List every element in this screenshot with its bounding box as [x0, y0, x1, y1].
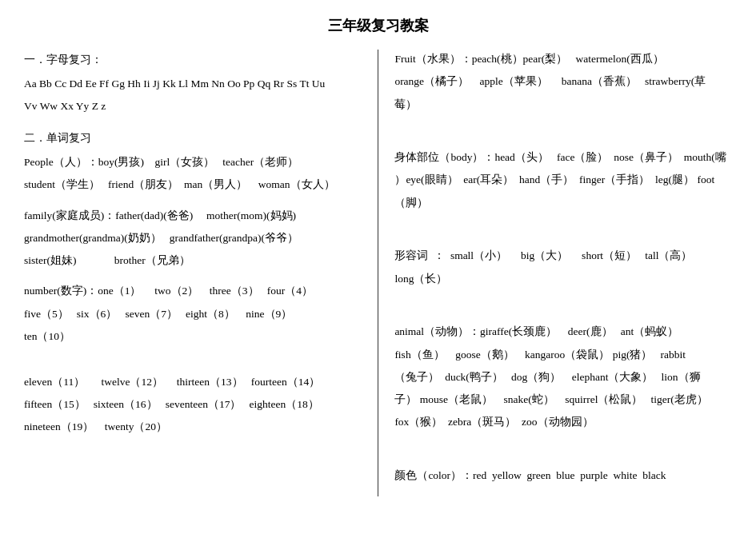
section-fruit: Fruit（水果）：peach(桃）pear(梨） watermelon(西瓜）… — [394, 50, 732, 114]
vocab-fruit-3: 莓） — [394, 95, 732, 114]
alphabet-line-2: Vv Ww Xx Yy Z z — [24, 97, 366, 116]
vocab-family-3: sister(姐妹) brother（兄弟） — [24, 251, 366, 270]
vocab-animal-3: （兔子） duck(鸭子） dog（狗） elephant（大象） lion（狮 — [394, 368, 732, 387]
page: 三年级复习教案 一．字母复习： Aa Bb Cc Dd Ee Ff Gg Hh … — [0, 0, 756, 534]
vocab-title: 二．单词复习 — [24, 128, 366, 148]
vocab-numbers-4 — [24, 349, 366, 369]
section-family: family(家庭成员)：father(dad)(爸爸) mother(mom)… — [24, 206, 366, 271]
vocab-body-2: ）eye(眼睛） ear(耳朵） hand（手） finger（手指） leg(… — [394, 170, 732, 189]
section-body: 身体部位（body）：head（头） face（脸） nose（鼻子） mout… — [394, 126, 732, 213]
vocab-fruit-1: Fruit（水果）：peach(桃）pear(梨） watermelon(西瓜） — [394, 50, 732, 69]
vocab-family-2: grandmother(grandma)(奶奶） grandfather(gra… — [24, 229, 366, 248]
section-colors: 颜色（color）：red yellow green blue purple w… — [394, 444, 732, 486]
vocab-family-1: family(家庭成员)：father(dad)(爸爸) mother(mom)… — [24, 206, 366, 225]
section-numbers: number(数字)：one（1） two（2） three（3） four（4… — [24, 281, 366, 436]
vocab-numbers-3: ten（10） — [24, 327, 366, 346]
vocab-people-2: student（学生） friend（朋友） man（男人） woman（女人） — [24, 175, 366, 194]
section-vocabulary: 二．单词复习 People（人）：boy(男孩) girl（女孩） teache… — [24, 128, 366, 195]
vocab-adj-1: 形容词 ： small（小） big（大） short（短） tall（高） — [394, 246, 732, 265]
vocab-animal-4: 子） mouse（老鼠） snake(蛇） squirrel（松鼠） tiger… — [394, 390, 732, 409]
vocab-body-3: （脚） — [394, 193, 732, 213]
vocab-animal-5: fox（猴） zebra（斑马） zoo（动物园） — [394, 412, 732, 432]
vocab-color-spacer — [394, 444, 732, 463]
vocab-body-1: 身体部位（body）：head（头） face（脸） nose（鼻子） mout… — [394, 148, 732, 167]
vocab-adj-2: long（长） — [394, 269, 732, 289]
vocab-numbers-2: five（5） six（6） seven（7） eight（8） nine（9） — [24, 305, 366, 324]
section-adjectives: 形容词 ： small（小） big（大） short（短） tall（高） l… — [394, 224, 732, 289]
vocab-fruit-2: orange（橘子） apple（苹果） banana（香蕉） strawber… — [394, 72, 732, 91]
vocab-body-spacer — [394, 126, 732, 145]
page-title: 三年级复习教案 — [24, 16, 732, 35]
vocab-numbers-5: eleven（11） twelve（12） thirteen（13） fourt… — [24, 373, 366, 392]
vocab-adj-spacer — [394, 224, 732, 243]
vocab-color-1: 颜色（color）：red yellow green blue purple w… — [394, 466, 732, 485]
left-column: 一．字母复习： Aa Bb Cc Dd Ee Ff Gg Hh Ii Jj Kk… — [24, 50, 378, 496]
vocab-numbers-7: nineteen（19） twenty（20） — [24, 417, 366, 436]
section-animals: animal（动物）：giraffe(长颈鹿） deer(鹿） ant（蚂蚁） … — [394, 300, 732, 432]
two-column-layout: 一．字母复习： Aa Bb Cc Dd Ee Ff Gg Hh Ii Jj Kk… — [24, 50, 732, 496]
vocab-animal-2: fish（鱼） goose（鹅） kangaroo（袋鼠） pig(猪） rab… — [394, 345, 732, 365]
vocab-numbers-6: fifteen（15） sixteen（16） seventeen（17） ei… — [24, 395, 366, 414]
vocab-animal-spacer — [394, 300, 732, 319]
right-column: Fruit（水果）：peach(桃）pear(梨） watermelon(西瓜）… — [378, 50, 732, 496]
vocab-animal-1: animal（动物）：giraffe(长颈鹿） deer(鹿） ant（蚂蚁） — [394, 322, 732, 341]
alphabet-title: 一．字母复习： — [24, 50, 366, 70]
alphabet-line-1: Aa Bb Cc Dd Ee Ff Gg Hh Ii Jj Kk Ll Mm N… — [24, 74, 366, 94]
section-alphabet: 一．字母复习： Aa Bb Cc Dd Ee Ff Gg Hh Ii Jj Kk… — [24, 50, 366, 117]
vocab-numbers-1: number(数字)：one（1） two（2） three（3） four（4… — [24, 281, 366, 301]
vocab-people-1: People（人）：boy(男孩) girl（女孩） teacher（老师） — [24, 153, 366, 172]
